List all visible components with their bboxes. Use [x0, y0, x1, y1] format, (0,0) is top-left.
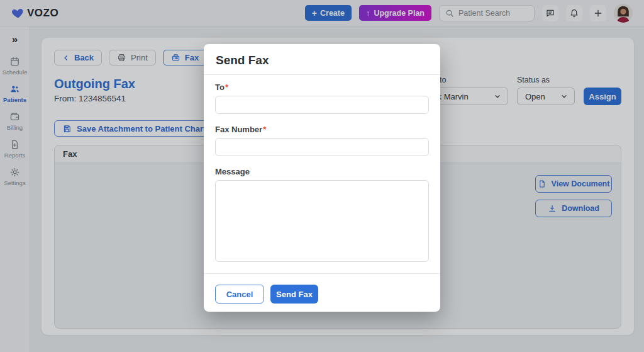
send-fax-submit-button[interactable]: Send Fax — [270, 285, 318, 304]
to-label: To* — [215, 82, 429, 92]
to-field-group: To* — [215, 82, 429, 114]
to-input[interactable] — [215, 96, 429, 114]
modal-footer: Cancel Send Fax — [204, 273, 440, 312]
message-label: Message — [215, 167, 429, 176]
fax-number-label: Fax Number* — [215, 125, 429, 134]
required-marker: * — [225, 82, 228, 92]
app-root: VOZO + Create ↑ Upgrade Plan — [0, 0, 644, 352]
message-field-group: Message — [215, 167, 429, 264]
cancel-button[interactable]: Cancel — [215, 285, 264, 304]
message-textarea[interactable] — [215, 180, 429, 262]
fax-number-field-group: Fax Number* — [215, 125, 429, 156]
modal-title: Send Fax — [216, 54, 269, 67]
send-fax-modal: Send Fax To* Fax Number* Message — [204, 44, 440, 312]
fax-number-input[interactable] — [215, 138, 429, 156]
modal-header: Send Fax — [204, 44, 440, 75]
required-marker: * — [263, 125, 266, 134]
modal-body: To* Fax Number* Message — [204, 75, 440, 273]
